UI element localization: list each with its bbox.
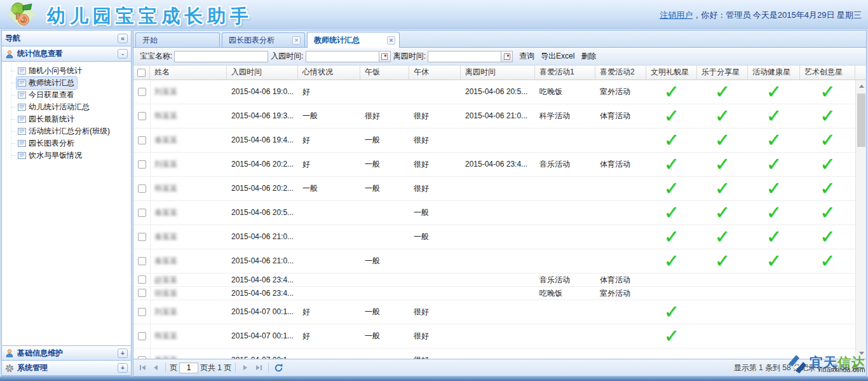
column-header-4[interactable]: 午饭 — [360, 66, 409, 80]
table-row[interactable]: 秦某某2015-04-06 19:4...好一般很好✓✓✓✓ — [133, 128, 866, 153]
export-excel-button[interactable]: 导出Excel — [541, 51, 574, 62]
column-header-8[interactable]: 喜爱活动2 — [595, 66, 646, 80]
table-row[interactable]: 秦某某2015-04-06 21:0...一般✓✓✓✓ — [133, 225, 866, 249]
tab-1[interactable]: 开始 — [135, 32, 220, 47]
checkout-time-input[interactable] — [428, 51, 501, 62]
select-all-checkbox[interactable] — [133, 66, 150, 80]
sidebar-item-7[interactable]: 园长图表分析 — [2, 137, 131, 149]
column-header-2[interactable]: 入园时间 — [227, 66, 298, 80]
accordion-section-system[interactable]: 系统管理 + — [2, 361, 131, 376]
vertical-scrollbar[interactable] — [855, 80, 866, 359]
column-header-7[interactable]: 喜爱活动1 — [535, 66, 595, 80]
expand-section-icon[interactable]: + — [118, 363, 128, 373]
column-header-1[interactable]: 姓名 — [150, 66, 227, 80]
collapse-section-icon[interactable]: - — [118, 49, 128, 59]
cell-checkin: 2015-04-06 20:2... — [231, 153, 294, 176]
sidebar-item-1[interactable]: 随机小问号统计 — [2, 65, 131, 77]
tab-3[interactable]: 教师统计汇总× — [307, 32, 400, 48]
row-checkbox[interactable] — [138, 257, 146, 265]
table-row[interactable]: 胡某某2015-04-06 23:4...吃晚饭室外活动 — [133, 287, 866, 300]
checkin-time-input[interactable] — [306, 51, 379, 62]
table-row[interactable]: 刘某某2015-04-06 19:0...好2015-04-06 20:5...… — [133, 80, 866, 104]
column-header-6[interactable]: 离园时间 — [461, 66, 535, 80]
sidebar-item-4[interactable]: 幼儿统计活动汇总 — [2, 101, 131, 113]
tab-2[interactable]: 园长图表分析× — [222, 32, 305, 47]
accordion-section-statistics[interactable]: 统计信息查看 - — [2, 46, 131, 62]
row-checkbox[interactable] — [138, 112, 146, 120]
column-header-5[interactable]: 午休 — [409, 66, 461, 80]
sidebar-item-2[interactable]: 教师统计汇总 — [2, 77, 131, 89]
table-row[interactable]: 韩某某2015-04-06 19:3...一般很好很好2015-04-06 21… — [133, 104, 866, 128]
row-checkbox[interactable] — [138, 356, 146, 359]
column-header-11[interactable]: 活动健康星 — [748, 66, 800, 80]
close-icon[interactable]: × — [292, 36, 301, 45]
calendar-trigger-icon[interactable] — [379, 51, 391, 62]
row-checkbox[interactable] — [138, 289, 146, 297]
check-icon: ✓ — [697, 225, 748, 249]
sidebar-item-3[interactable]: 今日获星查看 — [2, 89, 131, 101]
prev-page-button[interactable] — [150, 362, 161, 373]
close-icon[interactable]: × — [387, 36, 395, 45]
app-window: 幼儿园宝宝成长助手 注销用户，你好：管理员 今天是2015年4月29日 星期三 … — [0, 0, 868, 381]
table-row[interactable]: 秦某某2015-04-06 21:0...一般✓✓✓✓ — [133, 249, 866, 274]
student-name: 刘某某 — [154, 80, 177, 104]
table-row[interactable]: 韩某某2015-04-06 20:2...一般一般很好✓✓✓✓ — [133, 177, 866, 201]
cell-checkout: 2015-04-06 20:5... — [465, 80, 527, 104]
row-checkbox[interactable] — [138, 233, 146, 241]
sidebar-item-label: 园长最新统计 — [29, 114, 74, 125]
row-checkbox[interactable] — [138, 209, 146, 217]
table-row[interactable]: 赵某某2015-04-06 23:4...音乐活动体育活动 — [133, 274, 866, 287]
next-page-button[interactable] — [240, 362, 251, 373]
last-page-button[interactable] — [253, 362, 264, 373]
cell-activity2: 室外活动 — [600, 287, 630, 300]
column-header-9[interactable]: 文明礼貌星 — [646, 66, 697, 80]
sidebar-item-5[interactable]: 园长最新统计 — [2, 113, 131, 125]
row-checkbox[interactable] — [138, 308, 146, 316]
calendar-trigger-icon[interactable] — [501, 51, 513, 62]
sidebar-item-8[interactable]: 饮水与早饭情况 — [2, 149, 131, 162]
delete-button[interactable]: 删除 — [581, 51, 596, 62]
table-row[interactable]: 刘某某2015-04-07 00:1...好一般很好✓ — [133, 300, 866, 324]
check-icon: ✓ — [697, 104, 748, 128]
column-header-10[interactable]: 乐于分享星 — [697, 66, 748, 80]
scrollbar-thumb[interactable] — [857, 94, 865, 147]
baby-name-input[interactable] — [174, 51, 268, 62]
column-header-12[interactable]: 艺术创意星 — [800, 66, 855, 80]
row-checkbox[interactable] — [138, 275, 146, 284]
cell-nap: 很好 — [414, 153, 429, 176]
table-row[interactable]: 韩某某2015-04-07 00:1...好一般很好✓ — [133, 324, 866, 349]
student-name: 秦某某 — [154, 128, 177, 152]
page-number-input[interactable] — [179, 363, 198, 373]
row-checkbox[interactable] — [138, 160, 146, 169]
cell-checkin: 2015-04-06 20:2... — [231, 177, 294, 200]
bottom-edge-strip — [0, 377, 868, 381]
check-icon: ✓ — [697, 153, 748, 176]
row-checkbox[interactable] — [138, 88, 146, 96]
check-icon: ✓ — [646, 177, 697, 200]
accordion-section-label: 基础信息维护 — [17, 348, 63, 359]
table-row[interactable]: 秦某某2015-04-06 20:5...一般✓✓✓✓ — [133, 201, 866, 225]
column-header-3[interactable]: 心情状况 — [298, 66, 360, 80]
cell-mood: 好 — [302, 300, 310, 324]
check-icon: ✓ — [800, 104, 855, 128]
check-icon: ✓ — [697, 249, 748, 273]
refresh-icon[interactable] — [273, 362, 284, 373]
check-icon: ✓ — [697, 177, 748, 200]
sidebar-item-6[interactable]: 活动统计汇总分析(班级) — [2, 125, 131, 137]
calendar-icon — [504, 53, 510, 60]
collapse-panel-icon[interactable]: « — [118, 34, 128, 43]
row-checkbox[interactable] — [138, 136, 146, 144]
query-button[interactable]: 查询 — [519, 51, 534, 62]
expand-section-icon[interactable]: + — [118, 349, 128, 358]
table-body: 刘某某2015-04-06 19:0...好2015-04-06 20:5...… — [133, 80, 866, 359]
accordion-section-basic-info[interactable]: 基础信息维护 + — [2, 345, 131, 361]
scroll-up-icon[interactable] — [856, 80, 866, 92]
row-checkbox[interactable] — [138, 332, 146, 340]
table-row[interactable]: 秦某某2015-04-07 00:1很好 — [133, 349, 866, 359]
first-page-button[interactable] — [137, 362, 148, 373]
logout-link[interactable]: 注销用户 — [660, 10, 693, 20]
table-row[interactable]: 刘某某2015-04-06 20:2...好一般很好2015-04-06 23:… — [133, 153, 866, 177]
check-icon: ✓ — [800, 177, 855, 200]
row-checkbox[interactable] — [138, 184, 146, 193]
student-name: 胡某某 — [154, 287, 177, 300]
